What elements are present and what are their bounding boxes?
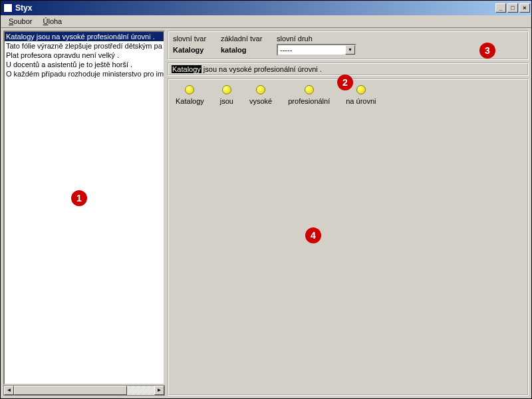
list-item[interactable]: U docentů a asistentů je to ještě horší … bbox=[5, 60, 164, 69]
scroll-right-button[interactable]: ► bbox=[154, 386, 164, 395]
minimize-button[interactable]: _ bbox=[495, 3, 506, 13]
window-title: Styx bbox=[15, 3, 494, 13]
token-label: jsou bbox=[220, 97, 233, 105]
list-item[interactable]: Tato fólie výrazně zlepšuje prostředí dě… bbox=[5, 41, 164, 51]
header-slovni-tvar: slovní tvar bbox=[173, 35, 214, 43]
token-label: vysoké bbox=[249, 97, 272, 105]
token-label: Katalogy bbox=[176, 97, 204, 105]
chevron-down-icon: ▼ bbox=[345, 45, 355, 55]
token-dot-icon bbox=[256, 85, 265, 94]
dropdown-value: ----- bbox=[278, 46, 345, 54]
highlighted-word: Katalogy bbox=[172, 65, 201, 73]
left-panel: Katalogy jsou na vysoké profesionální úr… bbox=[3, 31, 165, 396]
list-item[interactable]: Plat profesora opravdu není velký . bbox=[5, 51, 164, 60]
sentence-list[interactable]: Katalogy jsou na vysoké profesionální úr… bbox=[3, 31, 165, 385]
tokens-panel: Katalogy jsou vysoké profesionální bbox=[168, 78, 529, 396]
horizontal-scrollbar[interactable]: ◄ ► bbox=[3, 385, 165, 396]
slovni-druh-dropdown[interactable]: ----- ▼ bbox=[277, 44, 356, 56]
right-panel: slovní tvar základní tvar slovní druh Ka… bbox=[168, 31, 529, 396]
list-item[interactable]: Katalogy jsou na vysoké profesionální úr… bbox=[5, 32, 164, 41]
scroll-left-button[interactable]: ◄ bbox=[4, 386, 14, 395]
token-dot-icon bbox=[185, 85, 194, 94]
menubar: Soubor Úloha bbox=[1, 15, 531, 28]
value-slovni-tvar: Katalogy bbox=[173, 46, 214, 54]
value-zakladni-tvar: katalog bbox=[221, 46, 270, 54]
token-dot-icon bbox=[356, 85, 366, 94]
maximize-button[interactable]: □ bbox=[507, 3, 518, 13]
token-dot-icon bbox=[222, 85, 231, 94]
app-window: Styx _ □ × Soubor Úloha Katalogy jsou na… bbox=[0, 0, 532, 399]
scroll-track[interactable] bbox=[14, 386, 154, 395]
app-icon bbox=[3, 3, 13, 13]
token-node[interactable]: Katalogy bbox=[176, 85, 204, 105]
titlebar: Styx _ □ × bbox=[1, 1, 531, 15]
morph-values: Katalogy katalog ----- ▼ bbox=[173, 44, 523, 56]
header-zakladni-tvar: základní tvar bbox=[221, 35, 270, 43]
token-dot-icon bbox=[305, 85, 314, 94]
scroll-thumb[interactable] bbox=[14, 386, 127, 395]
sentence-rest: jsou na vysoké profesionální úrovni . bbox=[201, 65, 322, 73]
menu-soubor[interactable]: Soubor bbox=[3, 16, 37, 27]
token-label: profesionální bbox=[288, 97, 330, 105]
close-button[interactable]: × bbox=[519, 3, 530, 13]
token-node[interactable]: jsou bbox=[220, 85, 233, 105]
token-row: Katalogy jsou vysoké profesionální bbox=[176, 85, 521, 105]
list-item[interactable]: O každém případu rozhoduje ministerstvo … bbox=[5, 69, 164, 78]
token-node[interactable]: na úrovni bbox=[346, 85, 376, 105]
morphology-panel: slovní tvar základní tvar slovní druh Ka… bbox=[168, 31, 529, 60]
morph-headers: slovní tvar základní tvar slovní druh bbox=[173, 35, 523, 43]
token-label: na úrovni bbox=[346, 97, 376, 105]
header-slovni-druh: slovní druh bbox=[277, 35, 313, 43]
token-node[interactable]: vysoké bbox=[249, 85, 272, 105]
sentence-display-panel: Katalogy jsou na vysoké profesionální úr… bbox=[168, 63, 529, 76]
content-area: Katalogy jsou na vysoké profesionální úr… bbox=[1, 28, 531, 398]
token-node[interactable]: profesionální bbox=[288, 85, 330, 105]
menu-uloha[interactable]: Úloha bbox=[37, 16, 67, 27]
